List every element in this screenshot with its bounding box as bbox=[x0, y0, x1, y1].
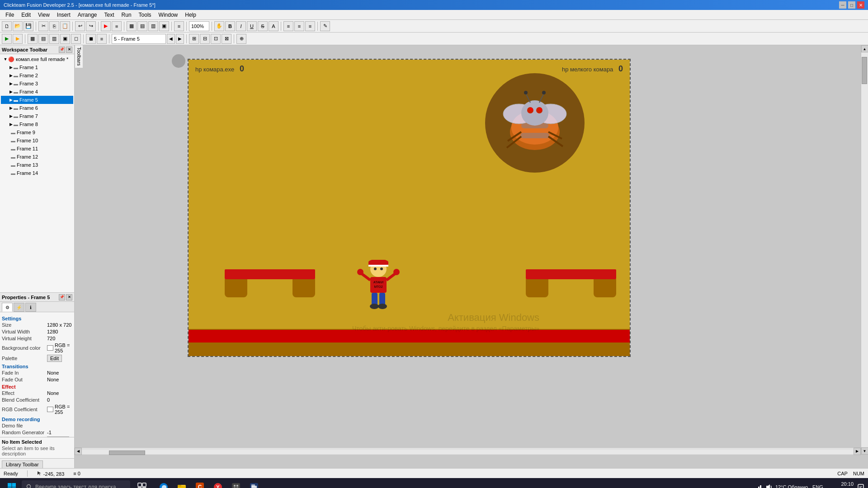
library-toolbar-tab[interactable]: Library Toolbar bbox=[2, 460, 43, 468]
tree-frame11[interactable]: ▬ Frame 11 bbox=[1, 145, 73, 153]
grid2-btn[interactable]: ▤ bbox=[137, 21, 147, 31]
open-btn[interactable]: 📂 bbox=[13, 21, 23, 31]
v-scroll-track[interactable] bbox=[861, 52, 868, 447]
menu-edit[interactable]: Edit bbox=[18, 11, 34, 19]
app7-btn[interactable] bbox=[246, 479, 262, 488]
scroll-down-btn[interactable]: ▼ bbox=[861, 447, 868, 455]
grid1-btn[interactable]: ▦ bbox=[127, 21, 137, 31]
strikethrough-btn[interactable]: S bbox=[258, 21, 268, 31]
edge-app-btn[interactable] bbox=[156, 479, 172, 488]
redo-btn[interactable]: ↪ bbox=[86, 21, 96, 31]
tree-frame13[interactable]: ▬ Frame 13 bbox=[1, 161, 73, 169]
view-mode3[interactable]: ▥ bbox=[49, 34, 59, 44]
clickteam-app-btn[interactable]: C bbox=[192, 479, 208, 488]
explorer-app-btn[interactable] bbox=[174, 479, 190, 488]
snap2-btn[interactable]: ⊟ bbox=[200, 34, 210, 44]
bold-btn[interactable]: B bbox=[225, 21, 235, 31]
language-text[interactable]: ENG bbox=[811, 483, 825, 488]
volume-icon[interactable] bbox=[765, 483, 773, 488]
workspace-close-btn[interactable]: ✕ bbox=[66, 47, 72, 53]
layers-btn[interactable]: ≡ bbox=[174, 21, 184, 31]
menu-run[interactable]: Run bbox=[118, 11, 135, 19]
tree-frame10[interactable]: ▬ Frame 10 bbox=[1, 136, 73, 145]
v-scrollbar[interactable]: ▲ ▼ bbox=[861, 45, 868, 455]
snap3-btn[interactable]: ⊡ bbox=[211, 34, 221, 44]
run-btn[interactable]: ▶ bbox=[101, 21, 111, 31]
menu-arrange[interactable]: Arrange bbox=[74, 11, 101, 19]
app5-btn[interactable]: Y bbox=[210, 479, 226, 488]
menu-insert[interactable]: Insert bbox=[53, 11, 74, 19]
tree-frame7[interactable]: ▶ ▬ Frame 7 bbox=[1, 112, 73, 120]
tree-frame6[interactable]: ▶ ▬ Frame 6 bbox=[1, 104, 73, 112]
prop-tab-about[interactable]: ℹ bbox=[25, 303, 36, 312]
scroll-right-btn[interactable]: ▶ bbox=[854, 448, 861, 455]
view-mode2[interactable]: ▤ bbox=[38, 34, 48, 44]
align-center-btn[interactable]: ≡ bbox=[294, 21, 304, 31]
align-left-btn[interactable]: ≡ bbox=[283, 21, 293, 31]
tree-frame8[interactable]: ▶ ▬ Frame 8 bbox=[1, 120, 73, 128]
taskbar-search[interactable]: Введите здесь текст для поиска bbox=[22, 480, 130, 488]
snap1-btn[interactable]: ⊞ bbox=[189, 34, 199, 44]
special-btn[interactable]: ✎ bbox=[320, 21, 330, 31]
h-scroll-thumb[interactable] bbox=[109, 450, 145, 455]
scroll-left-btn[interactable]: ◀ bbox=[75, 448, 82, 455]
record-demo-btn[interactable]: Record bbox=[47, 436, 69, 437]
stop-btn[interactable]: ■ bbox=[112, 21, 122, 31]
view-mode1[interactable]: ▦ bbox=[28, 34, 38, 44]
prop-tab-settings[interactable]: ⚙ bbox=[2, 303, 13, 312]
tree-frame9[interactable]: ▬ Frame 9 bbox=[1, 128, 73, 136]
cut-btn[interactable]: ✂ bbox=[38, 21, 48, 31]
close-btn[interactable]: ✕ bbox=[857, 1, 864, 9]
next-frame-btn[interactable]: ▶ bbox=[176, 34, 184, 44]
app6-btn[interactable] bbox=[228, 479, 244, 488]
tree-frame5[interactable]: ▶ ▬ Frame 5 bbox=[1, 96, 73, 104]
prop-close-btn[interactable]: ✕ bbox=[66, 294, 72, 300]
tree-frame2[interactable]: ▶ ▬ Frame 2 bbox=[1, 71, 73, 80]
start-button[interactable] bbox=[4, 479, 20, 488]
italic-btn[interactable]: I bbox=[236, 21, 246, 31]
undo-btn[interactable]: ↩ bbox=[75, 21, 85, 31]
view-mode6[interactable]: ◼ bbox=[86, 34, 96, 44]
menu-tools[interactable]: Tools bbox=[135, 11, 155, 19]
copy-btn[interactable]: ⎘ bbox=[49, 21, 59, 31]
workspace-pin-btn[interactable]: 📌 bbox=[59, 47, 65, 53]
prev-frame-btn[interactable]: ◀ bbox=[167, 34, 175, 44]
prop-palette-btn[interactable]: Edit bbox=[47, 355, 62, 362]
tree-frame3[interactable]: ▶ ▬ Frame 3 bbox=[1, 80, 73, 88]
align-right-btn[interactable]: ≡ bbox=[305, 21, 315, 31]
minimize-btn[interactable]: ─ bbox=[839, 1, 846, 9]
hand-btn[interactable]: ✋ bbox=[214, 21, 224, 31]
snap4-btn[interactable]: ⊠ bbox=[222, 34, 231, 44]
run-frame-btn[interactable]: ▶ bbox=[13, 34, 23, 44]
menu-window[interactable]: Window bbox=[155, 11, 182, 19]
prop-bgcolor-box[interactable] bbox=[47, 345, 53, 351]
color-btn[interactable]: A bbox=[269, 21, 278, 31]
underline-btn[interactable]: U bbox=[247, 21, 257, 31]
last-btn[interactable]: ⊕ bbox=[236, 34, 246, 44]
prop-rgb-box[interactable] bbox=[47, 407, 53, 412]
menu-text[interactable]: Text bbox=[101, 11, 118, 19]
save-btn[interactable]: 💾 bbox=[24, 21, 33, 31]
taskbar-clock[interactable]: 20:10 19.09.2021 bbox=[829, 481, 854, 488]
new-btn[interactable]: 🗋 bbox=[2, 21, 12, 31]
grid3-btn[interactable]: ▥ bbox=[148, 21, 158, 31]
task-view-btn[interactable] bbox=[134, 479, 150, 488]
prop-tab-events[interactable]: ⚡ bbox=[14, 303, 24, 312]
menu-file[interactable]: File bbox=[2, 11, 18, 19]
tree-frame1[interactable]: ▶ ▬ Frame 1 bbox=[1, 63, 73, 71]
scroll-up-btn[interactable]: ▲ bbox=[861, 45, 868, 52]
grid4-btn[interactable]: ▣ bbox=[159, 21, 169, 31]
notification-icon[interactable] bbox=[857, 483, 864, 488]
view-layers[interactable]: ≡ bbox=[97, 34, 107, 44]
view-mode4[interactable]: ▣ bbox=[60, 34, 70, 44]
frame-selector[interactable]: 5 - Frame 5 bbox=[112, 34, 166, 44]
prop-pin-btn[interactable]: 📌 bbox=[59, 294, 65, 300]
tree-frame4[interactable]: ▶ ▬ Frame 4 bbox=[1, 88, 73, 96]
view-mode5[interactable]: ◻ bbox=[71, 34, 81, 44]
tree-root[interactable]: ▼ 🔴 комап.exe full remade * bbox=[1, 55, 73, 63]
network-icon[interactable] bbox=[755, 483, 763, 488]
paste-btn[interactable]: 📋 bbox=[60, 21, 70, 31]
canvas-area[interactable]: hp комара.exe 0 hp мелкого комара 0 bbox=[75, 45, 868, 468]
menu-view[interactable]: View bbox=[34, 11, 53, 19]
menu-help[interactable]: Help bbox=[181, 11, 200, 19]
